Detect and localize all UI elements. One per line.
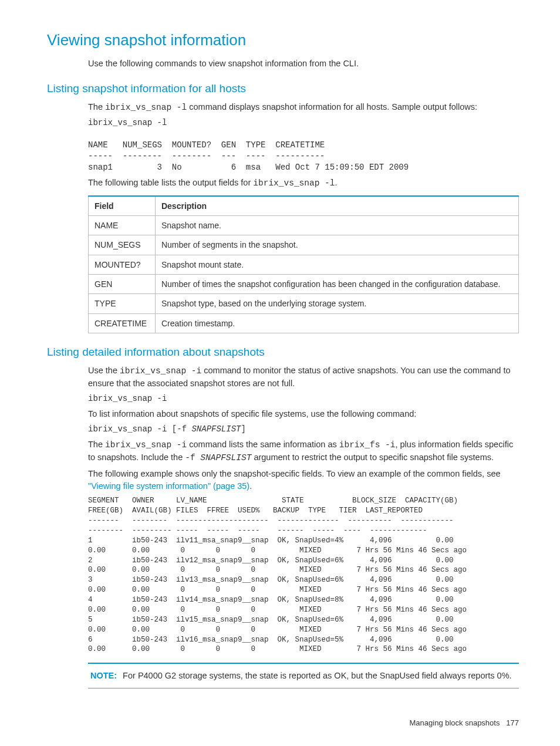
text: . [335,178,338,187]
intro-text: Use the following commands to view snaps… [88,58,519,70]
link-viewing-fs-info[interactable]: "Viewing file system information" (page … [88,481,249,491]
code-arg: SNAPFSLIST [191,424,241,434]
inline-code: ibrix_fs -i [339,440,396,450]
table-header-description: Description [155,196,518,216]
text: . [249,481,252,491]
desc-cell: Creation timestamp. [155,313,518,333]
note-box: NOTE:For P4000 G2 storage systems, the s… [88,663,519,688]
inline-code: ibrix_vs_snap -i [120,366,201,376]
code-arg: SNAPFSLIST [200,453,251,463]
desc-cell: Snapshot mount state. [155,255,518,274]
page-number: 177 [506,718,519,727]
section2-p1: Use the ibrix_vs_snap -i command to moni… [88,364,519,390]
text: argument to restrict the output to speci… [251,453,494,462]
table-header-field: Field [89,196,156,216]
code-block-2: ibrix_vs_snap -i [88,393,519,404]
text: command lists the same information as [187,440,339,449]
text: The following table lists the output fie… [88,178,253,187]
table-row: TYPESnapshot type, based on the underlyi… [89,294,519,313]
table-row: MOUNTED?Snapshot mount state. [89,255,519,274]
code-block-1: ibrix_vs_snap -l NAME NUM_SEGS MOUNTED? … [88,117,519,173]
field-cell: TYPE [89,294,156,313]
field-cell: CREATETIME [89,313,156,333]
note-label: NOTE: [90,671,117,680]
inline-code: ibrix_vs_snap -l [105,103,187,112]
text: The following example shows only the sna… [88,469,501,478]
text: command displays snapshot information fo… [187,102,477,112]
text: The [88,102,105,112]
field-cell: NAME [89,216,156,235]
field-cell: MOUNTED? [89,255,156,274]
desc-cell: Number of times the snapshot configurati… [155,274,518,293]
field-cell: NUM_SEGS [89,235,156,255]
desc-cell: Snapshot name. [155,216,518,235]
inline-code: -f [185,453,200,463]
code-block-3: ibrix_vs_snap -i [-f SNAPFSLIST] [88,424,519,435]
code-block-4: SEGMENT OWNER LV_NAME STATE BLOCK_SIZE C… [88,496,519,654]
code-text: ] [241,424,245,434]
desc-cell: Number of segments in the snapshot. [155,235,518,255]
table-row: GENNumber of times the snapshot configur… [89,274,519,293]
section2-heading: Listing detailed information about snaps… [47,344,519,360]
desc-cell: Snapshot type, based on the underlying s… [155,294,518,313]
footer-text: Managing block snapshots [410,718,500,727]
section2-p3: The ibrix_vs_snap -i command lists the s… [88,438,519,464]
page-heading: Viewing snapshot information [47,29,519,52]
table-row: NAMESnapshot name. [89,216,519,235]
table-row: CREATETIMECreation timestamp. [89,313,519,333]
section2-p2: To list information about snapshots of s… [88,408,519,420]
fields-table: Field Description NAMESnapshot name. NUM… [88,195,519,333]
code-text: ibrix_vs_snap -i [-f [88,424,191,434]
inline-code: ibrix_vs_snap -l [253,178,335,188]
inline-code: ibrix_vs_snap -i [105,440,187,450]
section1-heading: Listing snapshot information for all hos… [47,80,519,97]
table-row: NUM_SEGSNumber of segments in the snapsh… [89,235,519,255]
section1-p1: The ibrix_vs_snap -l command displays sn… [88,101,519,114]
page-footer: Managing block snapshots 177 [47,718,519,729]
section2-p4: The following example shows only the sna… [88,468,519,492]
note-text: For P4000 G2 storage systems, the state … [123,671,512,680]
text: The [88,440,105,449]
field-cell: GEN [89,274,156,293]
section1-p2: The following table lists the output fie… [88,177,519,190]
text: Use the [88,366,120,375]
